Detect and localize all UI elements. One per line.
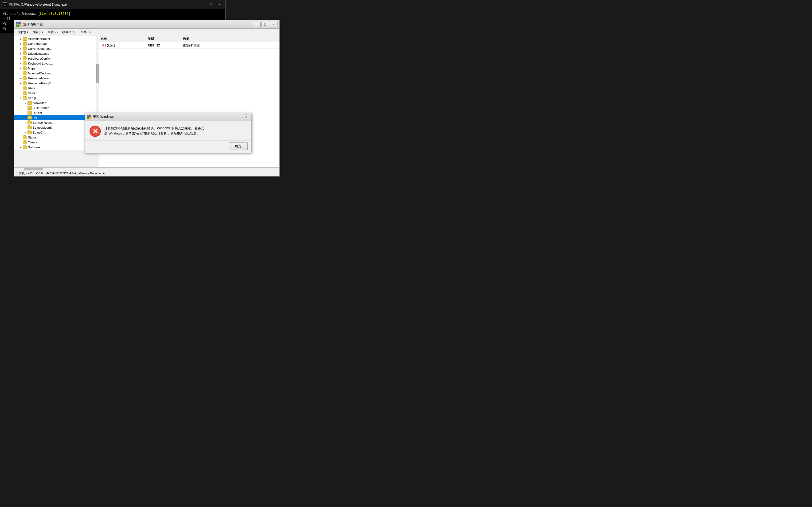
svg-rect-7: [89, 117, 91, 119]
folder-icon: [23, 92, 27, 95]
expander-icon: ▶: [19, 52, 22, 55]
dialog-close-button[interactable]: ×: [243, 115, 249, 119]
tree-label: Setup: [28, 96, 36, 100]
tree-item-select[interactable]: Select: [14, 91, 99, 96]
tree-item-activationbroker[interactable]: ▶ ActivationBroker: [14, 36, 99, 41]
dialog-titlebar: 安装 Windows ×: [85, 113, 251, 121]
tree-item-buildupdate[interactable]: BuildUpdate: [14, 105, 99, 110]
svg-rect-2: [16, 25, 18, 27]
dialog-message-line1: 计算机意外地重新启动或遇到错误。Windows 安装无法继续。若要安: [104, 126, 204, 130]
svg-rect-0: [16, 22, 18, 24]
cmd-text-4: Win: [3, 27, 8, 31]
tree-item-driverdatabase[interactable]: ▶ DriverDatabase: [14, 51, 99, 56]
menu-edit[interactable]: 编辑(E): [30, 29, 45, 35]
tree-item-currentcontrolset[interactable]: ▶ CurrentControlS...: [14, 46, 99, 51]
folder-icon: [23, 77, 27, 80]
regedit-app-icon: [16, 22, 21, 27]
ab-icon: ab: [101, 44, 105, 47]
tree-label: Select: [28, 91, 37, 95]
tree-label: SetupapiLogS...: [33, 126, 54, 129]
expander-icon: ▶: [24, 101, 27, 105]
dialog-footer: 确定: [85, 140, 251, 153]
menu-view[interactable]: 查看(V): [45, 29, 60, 35]
svg-rect-4: [87, 115, 89, 116]
row-data-default: (数值未设置): [183, 43, 277, 47]
expander-icon: ▼: [19, 97, 22, 100]
tree-item-resourcemanag[interactable]: ▶ ResourceManag...: [14, 76, 99, 81]
column-name-header: 名称: [101, 37, 148, 41]
expander-icon: [24, 111, 27, 115]
statusbar-text: 计算机\HKEY_LOCAL_MACHINE\SYSTEM\Setup\Serv…: [16, 172, 107, 175]
tree-label: SetupCl...: [33, 131, 46, 134]
menu-help[interactable]: 帮助(H): [78, 29, 93, 35]
cmd-text-2: > 20: [3, 17, 11, 21]
expander-icon: [24, 116, 27, 119]
hscroll-thumb[interactable]: [24, 168, 43, 170]
regedit-menubar: 文件(F) 编辑(E) 查看(V) 收藏夹(A) 帮助(H): [14, 29, 280, 36]
tree-label: DJOIN: [33, 111, 42, 115]
tree-scroll-thumb[interactable]: [96, 64, 99, 83]
cmd-minimize-button[interactable]: —: [200, 2, 207, 7]
folder-icon: [23, 136, 27, 139]
expander-icon: [19, 72, 22, 75]
folder-icon: [23, 47, 27, 50]
folder-icon: [28, 116, 32, 119]
dialog-ok-button[interactable]: 确定: [229, 143, 248, 150]
tree-item-hardwareconfig[interactable]: ▶ HardwareConfig: [14, 56, 99, 61]
tree-label: HardwareConfig: [28, 57, 50, 60]
folder-icon: [23, 72, 27, 75]
folder-icon: [28, 101, 32, 105]
expander-icon: ▶: [19, 67, 22, 70]
tree-item-maps[interactable]: ▶ Maps: [14, 66, 99, 71]
tree-label: CurrentControlS...: [28, 47, 53, 50]
registry-row-default[interactable]: ab (默认) REG_SZ (数值未设置): [99, 42, 280, 49]
cmd-text-1: Microsoft Windows [: [3, 12, 40, 16]
regedit-close-button[interactable]: ×: [270, 22, 277, 27]
folder-icon: [23, 67, 27, 70]
column-type-header: 类型: [148, 37, 183, 41]
folder-icon-open: [23, 97, 27, 100]
install-windows-dialog: 安装 Windows × ✕ 计算机意外地重新启动或遇到错误。Windows 安…: [85, 113, 251, 153]
folder-icon: [23, 62, 27, 65]
expander-icon: ▶: [19, 146, 22, 149]
expander-icon: [19, 141, 22, 144]
regedit-minimize-button[interactable]: —: [253, 22, 261, 27]
cmd-window-controls: — □ ×: [200, 2, 223, 7]
tree-item-controlset001[interactable]: ▶ ControlSet001: [14, 41, 99, 46]
dialog-title-area: 安装 Windows: [87, 115, 114, 119]
tree-item-rng[interactable]: RNG: [14, 86, 99, 91]
error-circle: ✕: [90, 125, 101, 137]
cmd-close-button[interactable]: ×: [216, 2, 223, 7]
tree-item-allowstart[interactable]: ▶ AllowStart: [14, 101, 99, 105]
row-name-default: ab (默认): [101, 43, 148, 47]
expander-icon: [24, 106, 27, 110]
expander-icon: ▶: [19, 82, 22, 85]
tree-label: Timers: [28, 140, 37, 144]
tree-label: BuildUpdate: [33, 106, 49, 110]
expander-icon: [19, 92, 22, 95]
folder-icon: [23, 87, 27, 90]
expander-icon: ▶: [24, 121, 27, 124]
menu-file[interactable]: 文件(F): [15, 29, 30, 35]
tree-item-resourcepolicy[interactable]: ▶ ResourcePolicyS...: [14, 81, 99, 86]
regedit-title-area: 注册表编辑器: [16, 22, 43, 27]
dialog-title-text: 安装 Windows: [93, 115, 114, 119]
folder-icon: [23, 42, 27, 46]
expander-icon: ▶: [24, 131, 27, 134]
expander-icon: [24, 126, 27, 129]
menu-favorites[interactable]: 收藏夹(A): [60, 29, 78, 35]
row-name-text: (默认): [107, 43, 115, 47]
svg-rect-5: [89, 115, 91, 116]
tree-label: Maps: [28, 67, 36, 70]
tree-item-mounteddevices[interactable]: MountedDevices: [14, 71, 99, 76]
cmd-text-bracket: ]: [68, 12, 70, 16]
regedit-maximize-button[interactable]: □: [261, 22, 269, 27]
tree-label: Pid: [33, 116, 37, 119]
folder-icon: [28, 106, 32, 110]
svg-rect-6: [87, 117, 89, 119]
tree-hscrollbar[interactable]: [14, 167, 280, 171]
cmd-titlebar: C 管理员: C:\Windows\system32\cmd.exe — □ ×: [0, 0, 225, 9]
tree-item-keyboard[interactable]: ▶ Keyboard Layou...: [14, 61, 99, 66]
cmd-maximize-button[interactable]: □: [208, 2, 215, 7]
tree-item-setup[interactable]: ▼ Setup: [14, 96, 99, 101]
